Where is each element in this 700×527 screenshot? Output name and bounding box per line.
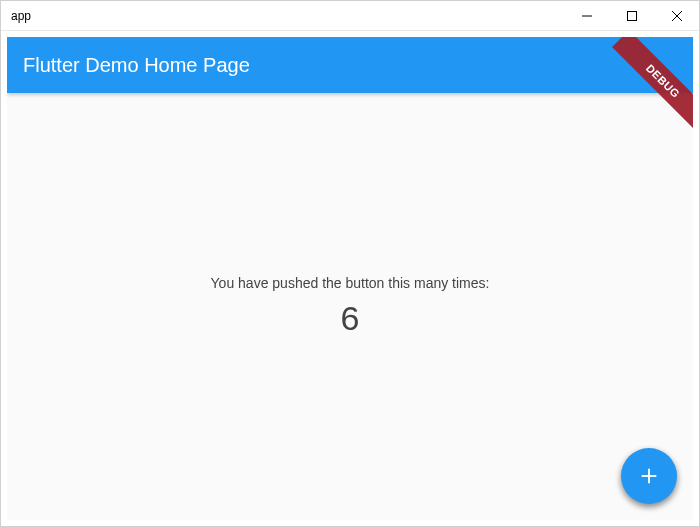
counter-value: 6 xyxy=(341,299,360,338)
app-surface: Flutter Demo Home Page DEBUG You have pu… xyxy=(7,37,693,520)
push-count-label: You have pushed the button this many tim… xyxy=(211,275,490,291)
maximize-button[interactable] xyxy=(609,1,654,31)
increment-fab[interactable] xyxy=(621,448,677,504)
app-bar-title: Flutter Demo Home Page xyxy=(23,54,250,77)
minimize-button[interactable] xyxy=(564,1,609,31)
minimize-icon xyxy=(582,11,592,21)
window-title: app xyxy=(1,9,564,23)
close-button[interactable] xyxy=(654,1,699,31)
app-bar: Flutter Demo Home Page xyxy=(7,37,693,93)
window-controls xyxy=(564,1,699,30)
window-titlebar: app xyxy=(1,1,699,31)
main-content: You have pushed the button this many tim… xyxy=(7,93,693,520)
maximize-icon xyxy=(627,11,637,21)
svg-rect-1 xyxy=(627,12,636,21)
close-icon xyxy=(672,11,682,21)
content-area: Flutter Demo Home Page DEBUG You have pu… xyxy=(1,31,699,526)
plus-icon xyxy=(638,465,660,487)
